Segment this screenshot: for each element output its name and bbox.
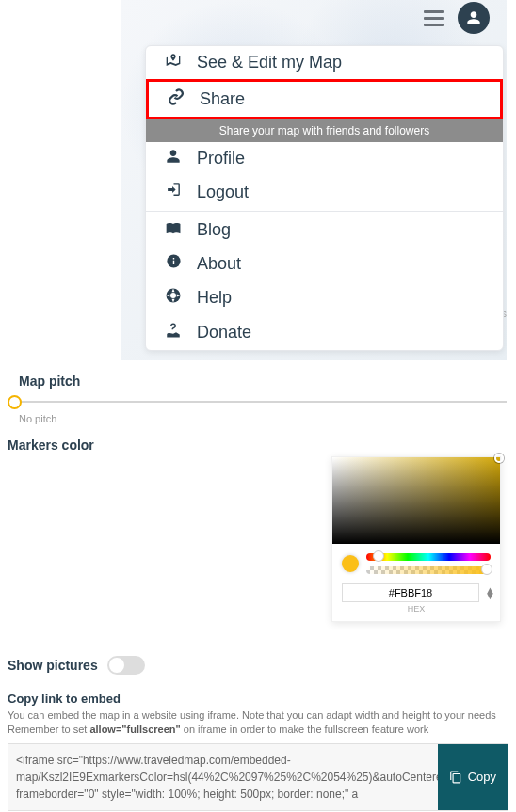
map-viewport[interactable]: See & Edit my Map Share Share your map w… bbox=[121, 0, 507, 360]
menu-profile[interactable]: Profile bbox=[146, 142, 503, 175]
markers-color-title: Markers color bbox=[8, 438, 508, 453]
show-pictures-title: Show pictures bbox=[8, 658, 98, 673]
copy-button[interactable]: Copy bbox=[438, 744, 508, 810]
hamburger-menu-icon[interactable] bbox=[424, 10, 444, 26]
alpha-slider[interactable] bbox=[366, 566, 491, 574]
embed-title: Copy link to embed bbox=[8, 692, 508, 706]
user-avatar-button[interactable] bbox=[458, 2, 490, 34]
menu-label: See & Edit my Map bbox=[197, 53, 342, 72]
markers-color-section: Markers color ▲▼ HEX bbox=[0, 438, 516, 645]
embed-section: Copy link to embed You can embed the map… bbox=[0, 692, 516, 811]
slider-thumb[interactable] bbox=[8, 395, 22, 409]
svg-point-2 bbox=[170, 293, 176, 298]
menu-logout[interactable]: Logout bbox=[146, 175, 503, 209]
user-icon bbox=[466, 10, 481, 25]
menu-label: About bbox=[197, 254, 241, 274]
show-pictures-toggle[interactable] bbox=[107, 656, 145, 675]
embed-desc-1: You can embed the map in a website using… bbox=[8, 709, 508, 723]
color-swatch bbox=[342, 555, 359, 572]
menu-label: Profile bbox=[197, 149, 245, 168]
pitch-value: No pitch bbox=[19, 413, 508, 424]
menu-see-edit-map[interactable]: See & Edit my Map bbox=[146, 46, 503, 79]
menu-blog[interactable]: Blog bbox=[146, 214, 503, 247]
user-dropdown-menu: See & Edit my Map Share Share your map w… bbox=[145, 45, 504, 351]
embed-code[interactable]: <iframe src="https://www.traveledmap.com… bbox=[8, 744, 438, 810]
share-tooltip: Share your map with friends and follower… bbox=[146, 119, 503, 142]
hex-input[interactable] bbox=[342, 583, 479, 602]
map-pitch-section: Map pitch No pitch bbox=[0, 374, 516, 424]
menu-label: Help bbox=[197, 288, 232, 308]
book-icon bbox=[163, 220, 184, 240]
map-pitch-title: Map pitch bbox=[19, 374, 508, 389]
format-toggle[interactable]: ▲▼ bbox=[485, 587, 495, 598]
info-icon bbox=[163, 253, 184, 274]
help-icon bbox=[163, 287, 184, 309]
copy-icon bbox=[449, 771, 462, 784]
menu-divider bbox=[146, 211, 503, 212]
menu-share[interactable]: Share bbox=[146, 79, 503, 119]
embed-desc-2: Remember to set allow="fullscreen" on if… bbox=[8, 723, 508, 737]
hue-slider[interactable] bbox=[366, 553, 491, 561]
menu-label: Share bbox=[200, 89, 245, 109]
alpha-thumb[interactable] bbox=[481, 564, 492, 575]
show-pictures-row: Show pictures bbox=[0, 656, 516, 675]
hex-label: HEX bbox=[332, 604, 500, 613]
link-icon bbox=[166, 88, 186, 110]
hue-thumb[interactable] bbox=[373, 550, 384, 562]
menu-label: Blog bbox=[197, 220, 231, 240]
menu-about[interactable]: About bbox=[146, 247, 503, 280]
color-saturation-area[interactable] bbox=[332, 457, 500, 544]
donate-icon bbox=[163, 322, 184, 343]
menu-donate[interactable]: Donate bbox=[146, 315, 503, 350]
saturation-thumb[interactable] bbox=[494, 454, 504, 463]
pitch-slider[interactable] bbox=[8, 392, 508, 411]
menu-label: Donate bbox=[197, 323, 251, 342]
map-marked-icon bbox=[163, 53, 184, 72]
menu-help[interactable]: Help bbox=[146, 280, 503, 315]
user-icon bbox=[163, 149, 184, 168]
color-picker-panel: ▲▼ HEX bbox=[331, 456, 501, 622]
menu-label: Logout bbox=[197, 183, 249, 202]
logout-icon bbox=[163, 182, 184, 202]
